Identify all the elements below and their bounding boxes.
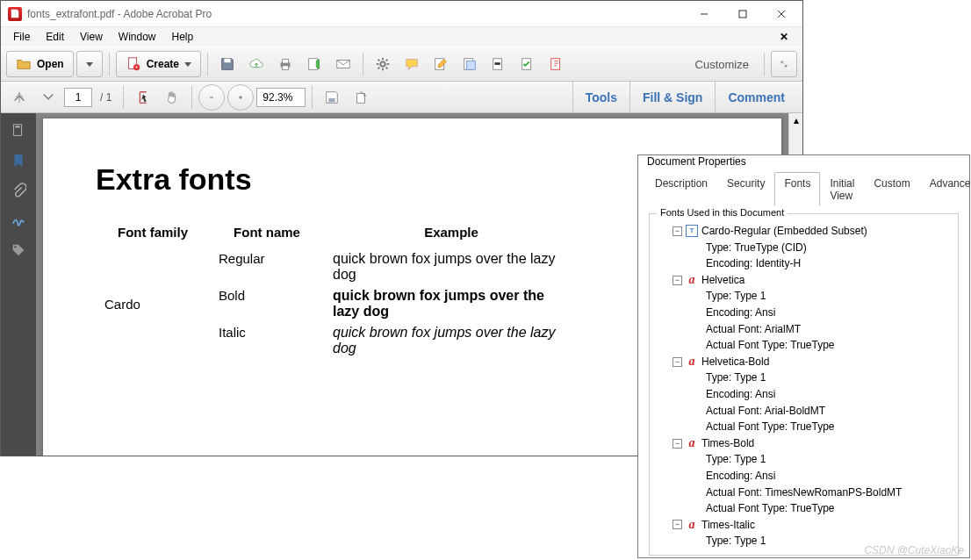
close-button[interactable] <box>762 2 801 26</box>
zoom-out-icon[interactable] <box>198 84 225 111</box>
menu-help[interactable]: Help <box>165 29 201 45</box>
collapse-icon[interactable]: − <box>673 226 682 236</box>
font-property: Type: Type 1 <box>655 370 953 386</box>
font-property: Actual Font Type: TrueType <box>655 419 953 435</box>
redact-icon[interactable] <box>486 51 512 77</box>
toolbar-primary: Open + Create Customize <box>1 47 802 82</box>
email-icon[interactable] <box>330 51 356 77</box>
font-name: Times-Italic <box>701 517 755 534</box>
font-name: Helvetica <box>701 272 744 289</box>
tab-fonts[interactable]: Fonts <box>774 172 820 206</box>
font-name: Helvetica-Bold <box>701 354 769 370</box>
open-button[interactable]: Open <box>6 51 74 77</box>
svg-line-19 <box>386 68 388 69</box>
tags-icon[interactable] <box>10 241 27 259</box>
font-property: Actual Font Type: TrueType <box>655 500 953 517</box>
menu-view[interactable]: View <box>73 29 110 45</box>
tab-initial-view[interactable]: Initial View <box>820 172 864 206</box>
signatures-icon[interactable] <box>10 212 27 229</box>
svg-point-13 <box>380 61 385 66</box>
create-button[interactable]: + Create <box>116 51 201 77</box>
app-icon <box>8 7 22 21</box>
font-type-icon: a <box>686 274 698 286</box>
zoom-in-icon[interactable] <box>227 84 254 111</box>
cell-name: Italic <box>210 322 324 359</box>
maximize-button[interactable] <box>723 2 762 26</box>
save-copy-icon[interactable] <box>319 84 345 111</box>
svg-line-18 <box>378 60 380 61</box>
th-name: Font name <box>210 221 324 248</box>
window-title: fonts_extrafont.pdf - Adobe Acrobat Pro <box>27 8 685 20</box>
th-family: Font family <box>96 221 210 248</box>
svg-text:+: + <box>134 64 138 70</box>
font-node[interactable]: −aHelvetica <box>655 272 953 289</box>
cell-family: Cardo <box>96 248 210 359</box>
attachment-icon[interactable] <box>10 182 27 199</box>
page-number-input[interactable] <box>64 88 92 107</box>
font-property: Actual Font Type: TrueType <box>655 337 953 354</box>
close-doc-icon[interactable]: ✕ <box>773 29 795 45</box>
collapse-icon[interactable]: − <box>673 520 682 529</box>
open-label: Open <box>37 58 64 70</box>
font-property: Type: Type 1 <box>655 288 953 305</box>
share-icon[interactable] <box>301 51 327 77</box>
comment-icon[interactable] <box>399 51 425 77</box>
comment-panel-button[interactable]: Comment <box>715 82 797 112</box>
dialog-title: Document Properties <box>638 155 969 168</box>
font-table: Font family Font name Example Cardo Regu… <box>96 221 579 359</box>
doc-heading: Extra fonts <box>96 162 729 197</box>
collapse-icon[interactable]: − <box>673 439 682 449</box>
fullscreen-icon[interactable] <box>771 51 797 77</box>
tab-advanced[interactable]: Advanced <box>920 172 971 206</box>
prev-page-icon[interactable] <box>6 84 32 111</box>
save-icon[interactable] <box>214 51 241 77</box>
font-property: Type: Type 1 <box>655 451 953 468</box>
nav-sidebar <box>1 113 36 456</box>
form-icon[interactable] <box>514 51 541 77</box>
document-properties-dialog: Document Properties DescriptionSecurityF… <box>637 154 970 558</box>
hand-tool-icon[interactable] <box>159 84 185 111</box>
edit-text-icon[interactable] <box>428 51 454 77</box>
font-tree[interactable]: −TCardo-Regular (Embedded Subset)Type: T… <box>655 223 953 549</box>
font-node[interactable]: −aHelvetica-Bold <box>655 354 953 370</box>
font-node[interactable]: −aTimes-Bold <box>655 435 953 452</box>
font-node[interactable]: −aTimes-Italic <box>655 517 953 534</box>
collapse-icon[interactable]: − <box>673 276 682 285</box>
bookmark-icon[interactable] <box>10 152 27 169</box>
fonts-groupbox: Fonts Used in this Document −TCardo-Regu… <box>649 213 959 556</box>
tab-security[interactable]: Security <box>717 172 774 206</box>
menu-edit[interactable]: Edit <box>39 29 71 45</box>
thumbnails-icon[interactable] <box>10 122 27 140</box>
scroll-up-icon[interactable]: ▴ <box>789 113 802 127</box>
minimize-button[interactable] <box>685 2 723 26</box>
th-example: Example <box>324 221 579 248</box>
dialog-tabs: DescriptionSecurityFontsInitial ViewCust… <box>638 168 969 206</box>
next-page-icon[interactable] <box>35 84 61 111</box>
cloud-icon[interactable] <box>243 51 270 77</box>
collapse-icon[interactable]: − <box>673 357 682 367</box>
svg-line-20 <box>386 60 388 61</box>
zoom-level-select[interactable]: 92.3% <box>256 88 306 107</box>
font-name: Cardo-Regular (Embedded Subset) <box>701 223 867 240</box>
organize-icon[interactable] <box>457 51 483 77</box>
menu-file[interactable]: File <box>6 29 37 45</box>
customize-button[interactable]: Customize <box>695 58 752 71</box>
tab-description[interactable]: Description <box>645 172 717 206</box>
fill-sign-panel-button[interactable]: Fill & Sign <box>629 82 715 112</box>
font-node[interactable]: −TCardo-Regular (Embedded Subset) <box>655 223 953 240</box>
tools-panel-button[interactable]: Tools <box>572 82 629 112</box>
select-tool-icon[interactable] <box>130 84 156 111</box>
font-name: Times-Bold <box>701 435 754 452</box>
rotate-icon[interactable] <box>348 84 374 111</box>
action-icon[interactable] <box>543 51 570 77</box>
print-icon[interactable] <box>272 51 298 77</box>
svg-line-21 <box>378 68 380 69</box>
tab-custom[interactable]: Custom <box>864 172 919 206</box>
menu-window[interactable]: Window <box>111 29 163 45</box>
toolbar-secondary: / 1 92.3% Tools Fill & Sign Comment <box>1 82 802 113</box>
font-type-icon: T <box>686 225 698 237</box>
svg-point-36 <box>14 246 16 248</box>
watermark: CSDN @CuteXiaoKe <box>864 544 964 556</box>
gear-icon[interactable] <box>370 51 396 77</box>
open-recent-dropdown[interactable] <box>76 51 103 77</box>
